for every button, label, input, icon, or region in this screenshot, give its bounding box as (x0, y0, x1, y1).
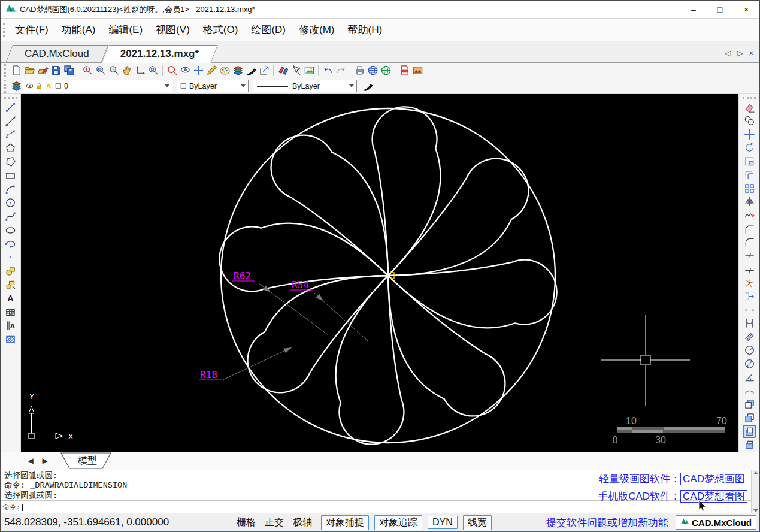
menu-item-H[interactable]: 帮助(H) (341, 20, 389, 40)
scale-icon[interactable] (743, 155, 756, 168)
menu-item-F[interactable]: 文件(F) (8, 20, 55, 40)
brand-badge[interactable]: CAD.MxCloud (676, 515, 756, 530)
sketch-icon[interactable] (205, 64, 218, 77)
lengthen-icon[interactable] (743, 303, 756, 316)
toolbar-grip[interactable] (4, 97, 17, 99)
polyline-icon[interactable] (4, 128, 17, 141)
scroll-right-button[interactable]: ▷ (737, 49, 743, 58)
mirror-icon[interactable] (743, 195, 756, 208)
close-button[interactable]: × (733, 1, 759, 18)
toolbar-grip[interactable] (4, 80, 6, 93)
select-brush-icon[interactable] (289, 64, 302, 77)
draworder-back-icon[interactable] (743, 412, 756, 425)
model-tab[interactable]: 模型 (60, 452, 114, 469)
status-toggle-对象追踪[interactable]: 对象追踪 (374, 515, 422, 530)
dim-radius-icon[interactable] (743, 344, 756, 357)
polygon-irregular-icon[interactable] (4, 156, 17, 169)
export-image-icon[interactable] (411, 64, 424, 77)
raster-image-icon[interactable] (302, 64, 316, 77)
promo-link-draw[interactable]: 轻量级画图软件：CAD梦想画图 (598, 472, 747, 486)
draworder-front-icon[interactable] (743, 398, 756, 411)
layout-prev-button[interactable]: ◀ (23, 454, 38, 468)
status-toggle-线宽[interactable]: 线宽 (463, 515, 492, 530)
scroll-down-icon[interactable] (753, 509, 758, 512)
zoom-in-icon[interactable] (81, 64, 94, 77)
draworder-above-icon[interactable] (743, 425, 756, 438)
dim-angular-icon[interactable] (743, 371, 756, 384)
web-update-icon[interactable] (379, 64, 392, 77)
open-file-icon[interactable] (23, 64, 36, 77)
draworder-below-icon[interactable] (743, 439, 756, 452)
zoom-window-icon[interactable] (94, 64, 107, 77)
construction-line-icon[interactable] (4, 114, 17, 128)
menu-item-A[interactable]: 功能(A) (55, 20, 102, 40)
layer-select[interactable]: 0 (23, 80, 172, 92)
circle-icon[interactable] (4, 197, 17, 210)
layer-manager-icon[interactable] (231, 64, 244, 77)
status-toggle-栅格[interactable]: 栅格 (237, 516, 256, 529)
scroll-up-icon[interactable] (753, 471, 758, 474)
ucs-axes-icon[interactable] (134, 64, 147, 77)
save-as-icon[interactable] (62, 64, 75, 77)
move-icon[interactable] (743, 128, 756, 141)
table-icon[interactable] (4, 306, 17, 319)
erase-icon[interactable] (743, 101, 756, 114)
new-file-icon[interactable] (10, 64, 23, 77)
open-edit-file-icon[interactable] (36, 64, 49, 77)
promo-line2-product[interactable]: CAD梦想看图 (680, 490, 747, 503)
menu-item-M[interactable]: 修改(M) (292, 20, 341, 40)
promo-link-view[interactable]: 手机版CAD软件：CAD梦想看图 (598, 489, 747, 503)
status-toggle-对象捕捉[interactable]: 对象捕捉 (321, 515, 369, 530)
polygon-icon[interactable] (4, 142, 17, 155)
pan-icon[interactable] (120, 64, 134, 77)
save-icon[interactable] (49, 64, 62, 77)
property-brush-icon[interactable] (361, 80, 374, 93)
insert-block-icon[interactable] (4, 265, 17, 278)
text-icon[interactable]: A (4, 292, 17, 305)
explode-icon[interactable] (743, 276, 756, 289)
copy-icon[interactable] (743, 114, 756, 128)
close-doc-button[interactable]: × (749, 49, 753, 58)
rectangle-icon[interactable] (4, 169, 17, 182)
select-touch-icon[interactable] (276, 64, 289, 77)
hatch-icon[interactable] (4, 333, 17, 346)
zoom-object-icon[interactable] (147, 64, 160, 77)
scroll-left-button[interactable]: ◁ (725, 49, 731, 58)
view-find-icon[interactable] (165, 64, 178, 77)
redo-icon[interactable] (334, 64, 347, 77)
doc-tab-1[interactable]: CAD.MxCloud (9, 45, 105, 62)
doc-tab-2[interactable]: 2021.12.13.mxg* (105, 45, 214, 62)
menu-item-E[interactable]: 编辑(E) (102, 20, 149, 40)
offset-icon[interactable] (743, 168, 756, 182)
break-icon[interactable] (743, 249, 756, 262)
command-window[interactable]: 选择圆弧或圆:命令: _DRAWRADIALDIMENSION选择圆弧或圆: 命… (1, 470, 759, 513)
menu-item-V[interactable]: 视图(V) (149, 20, 196, 40)
fillet-icon[interactable] (743, 236, 756, 249)
menubar-grip[interactable] (3, 23, 5, 37)
print-icon[interactable] (353, 64, 366, 77)
color-select[interactable]: ByLayer (177, 80, 249, 92)
dim-arc-length-icon[interactable] (743, 385, 756, 398)
array-icon[interactable] (743, 182, 756, 195)
property-brush-icon[interactable] (244, 64, 258, 77)
spline-icon[interactable] (4, 210, 17, 223)
export-view-icon[interactable] (258, 64, 271, 77)
drawing-canvas[interactable]: R62R54R18YX1070030 (21, 94, 738, 452)
menu-item-D[interactable]: 绘图(D) (244, 20, 292, 40)
maximize-button[interactable]: □ (707, 1, 733, 18)
arc-icon[interactable] (4, 183, 17, 196)
point-icon[interactable] (4, 251, 17, 264)
palette-icon[interactable] (218, 64, 231, 77)
dim-aligned-icon[interactable] (743, 330, 756, 343)
ellipse-arc-icon[interactable] (4, 237, 17, 250)
layout-next-button[interactable]: ▶ (38, 454, 52, 468)
status-toggle-正交[interactable]: 正交 (265, 516, 284, 529)
ellipse-icon[interactable] (4, 223, 17, 237)
stretch-icon[interactable] (743, 290, 756, 303)
command-scrollbar[interactable] (751, 470, 759, 513)
line-icon[interactable] (4, 101, 17, 114)
menu-item-O[interactable]: 格式(O) (196, 20, 245, 40)
export-pdf-icon[interactable] (398, 64, 411, 77)
dim-linear-icon[interactable] (743, 317, 756, 330)
revision-cloud-icon[interactable] (743, 209, 756, 222)
